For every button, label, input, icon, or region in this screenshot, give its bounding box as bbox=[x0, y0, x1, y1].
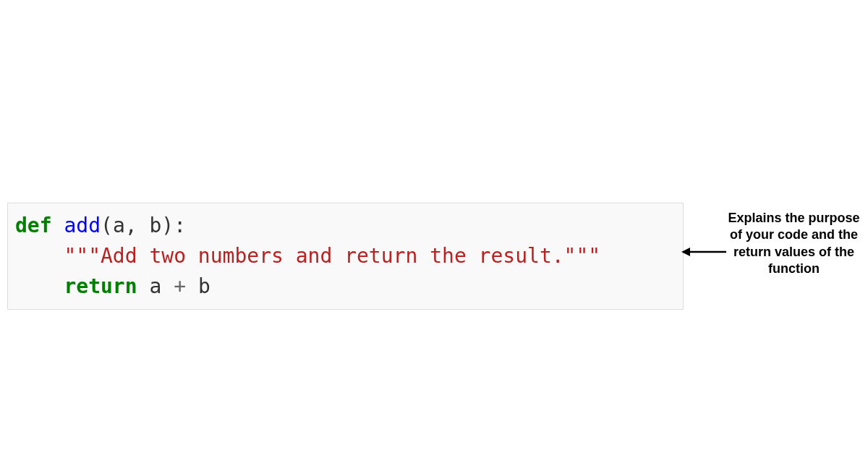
indent bbox=[15, 274, 64, 298]
plus-operator: + bbox=[161, 274, 198, 298]
code-line-1: def add(a, b): bbox=[15, 211, 676, 241]
function-name: add bbox=[64, 214, 101, 237]
code-block: def add(a, b): """Add two numbers and re… bbox=[7, 203, 684, 310]
code-line-2: """Add two numbers and return the result… bbox=[15, 241, 676, 271]
close-paren: ) bbox=[161, 214, 174, 237]
arrow-icon bbox=[681, 246, 726, 258]
keyword-return: return bbox=[64, 274, 137, 298]
open-paren: ( bbox=[101, 214, 113, 237]
param-b: b bbox=[149, 214, 161, 237]
indent bbox=[15, 244, 64, 268]
return-b: b bbox=[198, 274, 210, 298]
colon: : bbox=[174, 214, 186, 237]
space bbox=[137, 274, 150, 298]
code-line-3: return a + b bbox=[15, 271, 676, 302]
keyword-def: def bbox=[15, 214, 52, 237]
svg-marker-1 bbox=[681, 248, 690, 256]
param-a: a bbox=[113, 214, 125, 237]
space bbox=[52, 214, 64, 237]
return-a: a bbox=[149, 274, 161, 298]
annotation-text: Explains the purpose of your code and th… bbox=[723, 210, 864, 278]
comma: , bbox=[125, 214, 150, 237]
docstring: """Add two numbers and return the result… bbox=[64, 244, 600, 268]
